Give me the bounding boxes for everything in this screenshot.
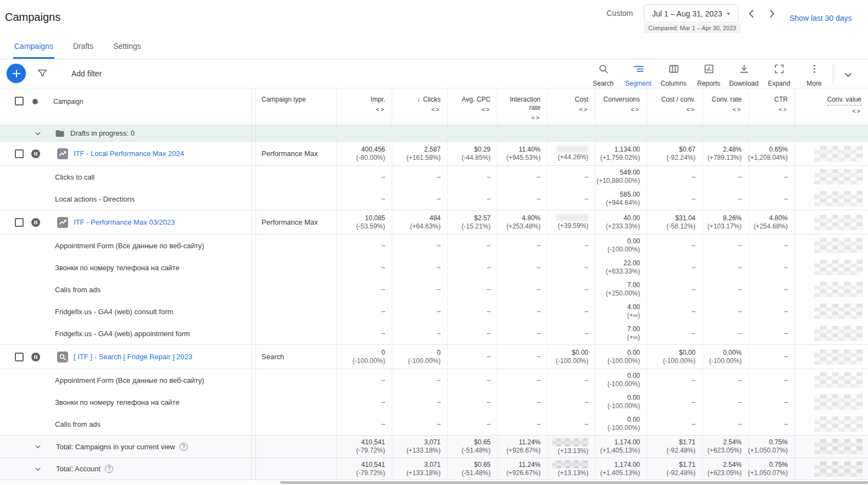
metric-cell-conversions: 0.00(-100.00%) <box>595 391 647 413</box>
metric-cell-cost: – <box>547 166 595 188</box>
reports-icon <box>703 63 715 77</box>
chevron-down-icon[interactable] <box>33 129 43 138</box>
metric-cell-conv_rate: 2.54%(+623.05%) <box>702 436 748 458</box>
column-header-cost_per_conv[interactable]: Cost / conv.<> <box>647 88 702 125</box>
metric-value: – <box>437 242 441 250</box>
column-header-conv_value[interactable]: Conv. value<> <box>794 88 868 125</box>
help-icon[interactable]: ? <box>105 465 113 473</box>
frozen-column-divider[interactable] <box>251 413 256 435</box>
campaign-column-header: Campaign <box>0 88 251 125</box>
tab-settings[interactable]: Settings <box>112 41 142 59</box>
metric-cell-conversions: 0.00(-100.00%) <box>595 345 647 369</box>
metric-cell-conv_value <box>794 369 868 391</box>
frozen-column-divider[interactable] <box>251 257 256 278</box>
frozen-column-divider[interactable] <box>251 458 256 480</box>
paused-status-icon[interactable] <box>31 218 40 227</box>
compare-indicator: <> <box>579 105 588 114</box>
tab-campaigns[interactable]: Campaigns <box>13 41 54 59</box>
metric-value: 0.00 <box>627 349 640 357</box>
campaign-name-cell: ITF - Local Performance Max 2024 <box>0 142 251 165</box>
column-header-interaction_rate[interactable]: Interaction rate<> <box>497 88 547 125</box>
campaign-row: ITF - Local Performance Max 2024Performa… <box>0 141 868 166</box>
metric-cell-interaction_rate: – <box>497 235 547 257</box>
column-header-impr[interactable]: Impr.<> <box>336 88 392 125</box>
toolbar-reports-button[interactable]: Reports <box>691 63 726 87</box>
caret-down-icon <box>724 9 733 19</box>
campaign-name-cell: [ ITF ] - Search [ Fridge Repair ] 2023 <box>0 345 251 369</box>
campaign-link[interactable]: [ ITF ] - Search [ Fridge Repair ] 2023 <box>74 353 192 361</box>
campaign-row: [ ITF ] - Search [ Fridge Repair ] 2023S… <box>0 344 868 369</box>
toolbar-columns-button[interactable]: Columns <box>656 63 691 87</box>
metric-cell-conversions: 1,134.00(+1,759.02%) <box>595 142 647 165</box>
toolbar-segment-button[interactable]: Segment <box>621 63 656 87</box>
row-checkbox[interactable] <box>15 149 24 158</box>
date-next-button[interactable] <box>765 7 778 20</box>
campaign-type-cell: Performance Max <box>256 210 336 234</box>
metric-cell-cost: – <box>547 391 595 413</box>
metric-cell-conversions: 7.00(+250.00%) <box>595 278 647 300</box>
performance-max-campaign-icon <box>57 148 68 159</box>
toolbar-download-label: Download <box>729 80 758 87</box>
column-header-ctr[interactable]: CTR<> <box>748 88 794 125</box>
column-header-avg_cpc[interactable]: Avg. CPC<> <box>447 88 497 125</box>
metric-cell-avg_cpc: – <box>447 235 497 257</box>
frozen-column-divider[interactable] <box>251 436 256 458</box>
metric-cell-cost_per_conv: – <box>647 322 702 344</box>
toolbar-tools: SearchSegmentColumnsReportsDownloadExpan… <box>586 63 832 87</box>
frozen-column-divider[interactable] <box>251 235 256 257</box>
metric-value: 0.00 <box>627 372 640 380</box>
filter-icon[interactable] <box>36 68 48 80</box>
chevron-down-icon[interactable] <box>33 464 43 474</box>
row-checkbox[interactable] <box>15 218 24 227</box>
frozen-column-divider[interactable] <box>251 322 256 344</box>
metric-cell-conv_rate: 0.00%(-100.00%) <box>702 345 748 369</box>
collapse-toolbar-button[interactable] <box>842 68 855 81</box>
campaign-link[interactable]: ITF - Local Performance Max 2024 <box>74 149 184 158</box>
toolbar-expand-button[interactable]: Expand <box>761 63 797 87</box>
frozen-column-divider[interactable] <box>251 125 256 141</box>
metric-delta: (-44.85%) <box>461 154 491 162</box>
horizontal-scrollbar[interactable] <box>280 481 868 484</box>
page-title: Campaigns <box>5 11 60 24</box>
metric-value: – <box>692 264 695 272</box>
metric-delta: (+253.48%) <box>507 222 541 231</box>
frozen-column-divider[interactable] <box>251 210 256 234</box>
frozen-column-divider[interactable] <box>251 278 256 300</box>
frozen-column-divider[interactable] <box>251 391 256 413</box>
campaign-link[interactable]: ITF - Performance Max 03/2023 <box>74 218 175 226</box>
columns-icon <box>668 63 680 77</box>
frozen-column-divider[interactable] <box>251 166 256 188</box>
metric-cell-conversions: 0.00(-100.00%) <box>595 235 647 257</box>
column-header-cost[interactable]: Cost<> <box>547 88 595 125</box>
metric-value: – <box>692 242 695 250</box>
metric-cell-impr: – <box>336 391 392 413</box>
paused-status-icon[interactable] <box>31 353 40 361</box>
row-checkbox[interactable] <box>15 353 24 361</box>
show-last-30-days-link[interactable]: Show last 30 days <box>789 14 852 23</box>
metric-delta: (+926.67%) <box>507 469 541 477</box>
add-campaign-button[interactable] <box>7 64 26 83</box>
chevron-down-icon[interactable] <box>33 442 43 451</box>
column-header-conversions[interactable]: Conversions<> <box>595 88 647 125</box>
metric-cell-interaction_rate: 11.24%(+926.67%) <box>497 436 547 458</box>
tab-drafts[interactable]: Drafts <box>72 41 94 59</box>
frozen-column-divider[interactable] <box>251 188 256 210</box>
frozen-column-divider[interactable] <box>251 345 256 369</box>
toolbar-search-button[interactable]: Search <box>586 63 621 87</box>
frozen-column-divider[interactable] <box>251 88 256 125</box>
help-icon[interactable]: ? <box>180 443 188 451</box>
frozen-column-divider[interactable] <box>251 369 256 391</box>
date-range-selector[interactable]: Jul 1 – Aug 31, 2023 <box>644 4 738 23</box>
paused-status-icon[interactable] <box>31 149 40 158</box>
column-header-clicks[interactable]: ↓ Clicks<> <box>392 88 447 125</box>
add-filter-label[interactable]: Add filter <box>71 69 102 78</box>
frozen-column-divider[interactable] <box>251 142 256 165</box>
column-header-conv_rate[interactable]: Conv. rate<> <box>702 88 748 125</box>
select-all-checkbox[interactable] <box>15 97 24 105</box>
toolbar-download-button[interactable]: Download <box>726 63 761 87</box>
date-prev-button[interactable] <box>745 7 758 20</box>
metric-cell-cost: (+13.13%) <box>547 436 595 458</box>
toolbar-more-button[interactable]: More <box>797 63 832 87</box>
campaign-type-column-header[interactable]: Campaign type <box>256 88 336 125</box>
frozen-column-divider[interactable] <box>251 300 256 322</box>
